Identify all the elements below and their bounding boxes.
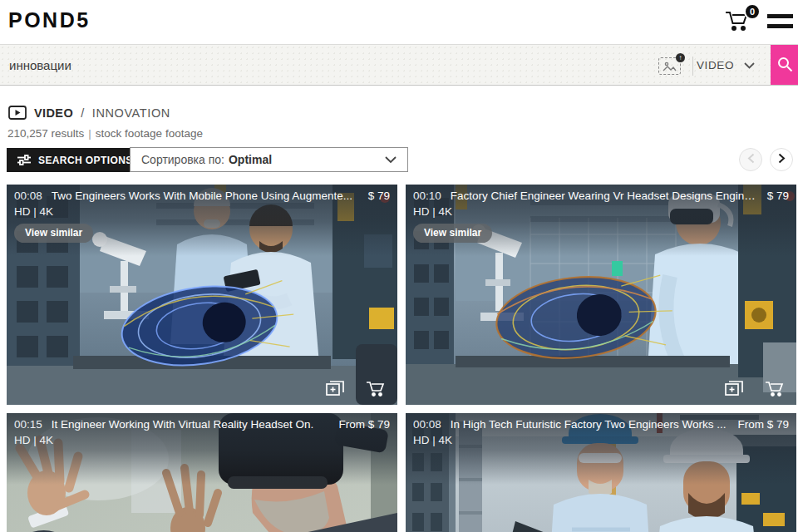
video-result-card[interactable]: 00:10 Factory Chief Engineer Wearing Vr … — [406, 185, 796, 405]
video-duration: 00:08 — [14, 190, 42, 202]
sliders-icon — [17, 155, 31, 165]
card-actions — [325, 379, 387, 397]
breadcrumb-section[interactable]: VIDEO — [34, 106, 73, 120]
image-search-icon[interactable]: ↑ — [658, 56, 683, 76]
video-title[interactable]: It Engineer Working With Virtual Reality… — [52, 418, 330, 431]
card-overlay: 00:15 It Engineer Working With Virtual R… — [7, 413, 397, 485]
cart-button[interactable]: 0 — [723, 7, 753, 37]
card-overlay: 00:10 Factory Chief Engineer Wearing Vr … — [406, 185, 796, 256]
chevron-down-icon — [744, 59, 755, 71]
video-formats: HD | 4K — [14, 434, 390, 446]
add-to-cart-icon[interactable] — [366, 379, 387, 397]
breadcrumb: VIDEO / INNOVATION — [8, 106, 170, 120]
chevron-right-icon — [778, 152, 786, 167]
video-result-card[interactable]: 00:08 Two Engineers Works With Mobile Ph… — [7, 185, 397, 405]
results-label: stock footage footage — [96, 127, 203, 140]
add-to-cart-icon[interactable] — [765, 379, 786, 397]
video-title[interactable]: Two Engineers Works With Mobile Phone Us… — [52, 190, 359, 202]
video-price: From $ 79 — [338, 418, 390, 431]
breadcrumb-separator: / — [81, 106, 85, 120]
view-similar-button[interactable]: View similar — [14, 224, 93, 243]
video-title[interactable]: Factory Chief Engineer Wearing Vr Headse… — [451, 190, 758, 202]
search-icon — [776, 56, 793, 75]
page: POND5 0 ↑ VIDEO — [0, 0, 798, 532]
results-grid: 00:08 Two Engineers Works With Mobile Ph… — [7, 185, 795, 532]
card-overlay: 00:08 Two Engineers Works With Mobile Ph… — [7, 185, 397, 256]
video-result-card[interactable]: 00:08 In High Tech Futuristic Factory Tw… — [406, 413, 796, 532]
view-similar-button[interactable]: View similar — [413, 224, 492, 243]
video-price: From $ 79 — [737, 418, 789, 431]
media-type-dropdown[interactable]: VIDEO — [697, 45, 763, 85]
pagination — [739, 148, 793, 171]
video-formats: HD | 4K — [413, 205, 789, 218]
video-result-card[interactable]: 00:15 It Engineer Working With Virtual R… — [7, 413, 397, 532]
search-input[interactable] — [0, 45, 582, 85]
video-formats: HD | 4K — [413, 434, 789, 446]
add-to-collection-icon[interactable] — [724, 379, 745, 397]
search-bar: ↑ VIDEO — [0, 44, 798, 86]
sort-dropdown[interactable]: Сортировка по: Optimal — [130, 147, 408, 172]
chevron-left-icon — [747, 152, 755, 167]
pond5-logo[interactable]: POND5 — [8, 8, 91, 32]
sort-value: Optimal — [229, 153, 272, 166]
hamburger-icon[interactable] — [767, 14, 793, 29]
chevron-down-icon — [385, 153, 397, 166]
search-options-label: SEARCH OPTIONS — [38, 155, 133, 166]
video-duration: 00:15 — [14, 418, 42, 431]
search-options-button[interactable]: SEARCH OPTIONS — [7, 148, 144, 172]
card-overlay: 00:08 In High Tech Futuristic Factory Tw… — [406, 413, 796, 485]
search-submit-button[interactable] — [771, 45, 798, 85]
cart-count-badge: 0 — [744, 3, 761, 20]
results-summary: 210,257 results|stock footage footage — [7, 127, 203, 140]
search-divider — [692, 57, 693, 76]
video-formats: HD | 4K — [14, 205, 390, 218]
results-count: 210,257 results — [7, 127, 84, 140]
add-to-collection-icon[interactable] — [325, 379, 346, 397]
prev-page-button[interactable] — [739, 148, 762, 171]
top-header: POND5 0 — [0, 0, 798, 44]
breadcrumb-term: INNOVATION — [92, 106, 170, 120]
video-price: $ 79 — [767, 190, 789, 202]
video-duration: 00:08 — [413, 418, 441, 431]
video-price: $ 79 — [368, 190, 390, 202]
video-duration: 00:10 — [413, 190, 441, 202]
cart-icon — [723, 21, 750, 35]
media-type-value: VIDEO — [697, 59, 734, 71]
card-actions — [724, 379, 786, 397]
video-title[interactable]: In High Tech Futuristic Factory Two Engi… — [451, 418, 729, 431]
next-page-button[interactable] — [770, 148, 793, 171]
sort-label: Сортировка по: — [141, 153, 224, 166]
play-icon — [8, 106, 27, 120]
